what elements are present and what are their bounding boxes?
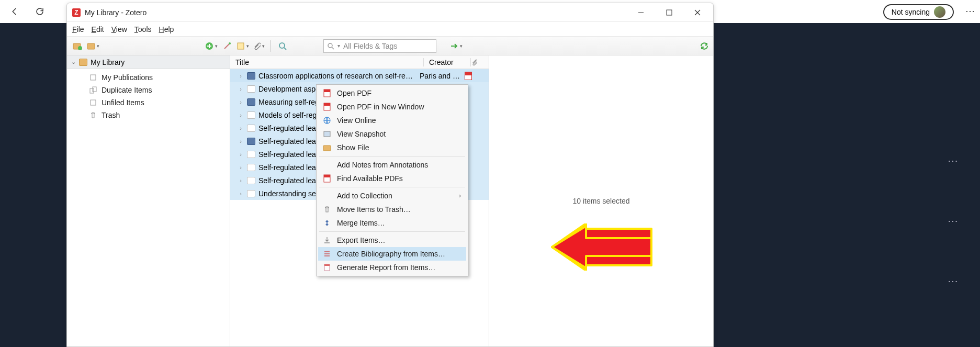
column-attachment[interactable]: [471, 59, 489, 65]
expand-icon[interactable]: ›: [238, 112, 244, 118]
trash-icon: [322, 205, 332, 214]
expand-icon[interactable]: ›: [238, 151, 244, 158]
new-collection-button[interactable]: [71, 40, 84, 52]
sidebar-overflow-icon: ⋯: [948, 154, 959, 167]
folder-icon: [79, 59, 87, 66]
maximize-button[interactable]: [662, 5, 677, 20]
svg-rect-17: [91, 75, 96, 80]
column-title[interactable]: Title: [230, 58, 424, 66]
menu-item[interactable]: Add to Collection›: [318, 189, 466, 203]
new-library-button[interactable]: [87, 40, 99, 52]
menu-item[interactable]: Move Items to Trash…: [318, 203, 466, 216]
sidebar-item-label: Unfiled Items: [102, 98, 144, 107]
column-headers: Title Creator: [230, 55, 489, 69]
locate-button[interactable]: [450, 40, 463, 52]
pdf-icon: [322, 88, 332, 98]
back-button[interactable]: [6, 3, 23, 20]
titlebar: Z My Library - Zotero: [67, 3, 713, 22]
menu-view[interactable]: View: [111, 25, 127, 33]
menu-item-label: View Snapshot: [337, 130, 386, 138]
duplicates-icon: [89, 86, 97, 94]
svg-rect-1: [667, 10, 672, 15]
sidebar-item-publications[interactable]: My Publications: [67, 71, 230, 84]
svg-point-11: [229, 42, 231, 44]
svg-rect-19: [93, 87, 96, 92]
search-scope-dropdown-icon[interactable]: ▾: [337, 43, 340, 49]
unfiled-icon: [89, 98, 97, 107]
menu-item-label: Add Notes from Annotations: [337, 161, 428, 169]
magic-wand-button[interactable]: [221, 40, 233, 52]
menu-item-label: Generate Report from Items…: [337, 263, 435, 272]
new-item-button[interactable]: [205, 40, 218, 52]
refresh-button[interactable]: [31, 3, 48, 20]
menu-item[interactable]: Open PDF: [318, 86, 466, 100]
svg-line-10: [224, 43, 230, 49]
expand-icon[interactable]: ›: [238, 138, 244, 144]
menu-file[interactable]: File: [72, 25, 84, 33]
expand-icon[interactable]: ›: [238, 177, 244, 184]
menu-item-label: Export Items…: [337, 236, 386, 244]
menu-item[interactable]: Create Bibliography from Items…: [318, 247, 466, 261]
sync-button[interactable]: [700, 41, 709, 51]
menu-item[interactable]: Generate Report from Items…: [318, 261, 466, 274]
attach-button[interactable]: [252, 40, 265, 52]
item-detail-pane: 10 items selected: [489, 55, 713, 346]
list-icon: [322, 249, 332, 259]
svg-point-5: [78, 46, 82, 50]
column-creator[interactable]: Creator: [424, 58, 471, 66]
advanced-search-button[interactable]: [276, 40, 289, 52]
svg-point-15: [328, 43, 332, 48]
collections-pane: ⌄ My Library My Publications Duplicate I…: [67, 55, 230, 346]
menu-item[interactable]: Open PDF in New Window: [318, 100, 466, 114]
menu-edit[interactable]: Edit: [92, 25, 104, 33]
selection-status: 10 items selected: [573, 197, 630, 205]
menu-item[interactable]: Show File: [318, 141, 466, 154]
item-title: Classroom applications of research on se…: [258, 72, 416, 80]
context-menu: Open PDFOpen PDF in New WindowView Onlin…: [316, 84, 468, 276]
sidebar-item-trash[interactable]: Trash: [67, 109, 230, 121]
search-icon: [327, 42, 334, 50]
sidebar-item-unfiled[interactable]: Unfiled Items: [67, 96, 230, 109]
expand-icon[interactable]: ›: [238, 73, 244, 79]
menubar: File Edit View Tools Help: [67, 22, 713, 37]
menu-item[interactable]: View Online: [318, 114, 466, 127]
expand-icon[interactable]: ›: [238, 86, 244, 92]
menu-item[interactable]: Find Available PDFs: [318, 172, 466, 185]
svg-point-13: [279, 43, 285, 48]
toolbar: ▾ All Fields & Tags: [67, 37, 713, 55]
window-title: My Library - Zotero: [85, 8, 147, 17]
item-type-icon: [247, 85, 255, 93]
expand-icon[interactable]: ›: [238, 164, 244, 171]
item-row[interactable]: ›Classroom applications of research on s…: [230, 69, 489, 82]
menu-item[interactable]: Add Notes from Annotations: [318, 158, 466, 172]
expand-icon[interactable]: ›: [238, 125, 244, 131]
item-type-icon: [247, 177, 255, 184]
browser-more-button[interactable]: ⋯: [965, 5, 976, 17]
expand-icon[interactable]: ›: [238, 99, 244, 105]
new-note-button[interactable]: [236, 40, 249, 52]
menu-item-label: View Online: [337, 116, 376, 125]
svg-line-16: [332, 47, 334, 49]
menu-item[interactable]: Merge Items…: [318, 216, 466, 230]
item-type-icon: [247, 98, 255, 106]
minimize-button[interactable]: [634, 5, 648, 20]
sidebar-item-label: Duplicate Items: [102, 86, 152, 94]
pdf-icon: [322, 174, 332, 183]
menu-item[interactable]: Export Items…: [318, 233, 466, 247]
svg-rect-34: [324, 264, 330, 266]
library-header[interactable]: ⌄ My Library: [67, 55, 230, 69]
menu-item[interactable]: View Snapshot: [318, 127, 466, 141]
item-type-icon: [247, 190, 255, 197]
close-button[interactable]: [690, 5, 705, 20]
blank-icon: [322, 191, 332, 200]
sidebar-item-duplicates[interactable]: Duplicate Items: [67, 84, 230, 96]
user-avatar: [934, 6, 945, 18]
sync-status-badge[interactable]: Not syncing: [883, 4, 954, 20]
menu-help[interactable]: Help: [159, 25, 174, 33]
search-placeholder: All Fields & Tags: [343, 42, 397, 50]
svg-rect-12: [238, 43, 244, 49]
menu-tools[interactable]: Tools: [134, 25, 152, 33]
expand-icon[interactable]: ›: [238, 191, 244, 197]
library-label: My Library: [91, 58, 125, 66]
search-input[interactable]: ▾ All Fields & Tags: [323, 39, 436, 53]
